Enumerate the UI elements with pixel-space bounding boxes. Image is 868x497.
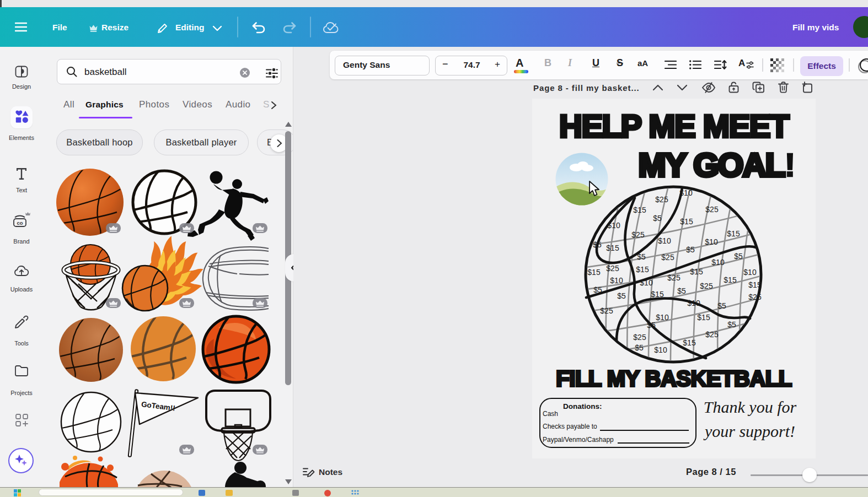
svg-text:$15: $15 bbox=[633, 206, 646, 214]
svg-text:$5: $5 bbox=[647, 321, 656, 329]
svg-text:$5: $5 bbox=[686, 245, 695, 254]
svg-text:$15: $15 bbox=[587, 268, 601, 277]
svg-text:$10: $10 bbox=[658, 236, 671, 245]
svg-text:$15: $15 bbox=[727, 229, 740, 238]
svg-text:$10: $10 bbox=[743, 268, 757, 277]
svg-text:$15: $15 bbox=[697, 313, 710, 322]
svg-text:$15: $15 bbox=[724, 275, 737, 284]
svg-text:$15: $15 bbox=[690, 267, 703, 276]
svg-text:$25: $25 bbox=[655, 195, 668, 204]
svg-text:$25: $25 bbox=[600, 306, 613, 315]
svg-text:$15: $15 bbox=[748, 280, 762, 289]
svg-text:$5: $5 bbox=[617, 291, 626, 300]
svg-text:$5: $5 bbox=[637, 252, 646, 261]
svg-text:$10: $10 bbox=[610, 276, 623, 285]
svg-text:co: co bbox=[17, 220, 23, 226]
svg-text:$10: $10 bbox=[640, 278, 653, 287]
svg-text:$10: $10 bbox=[705, 237, 718, 246]
svg-text:$15: $15 bbox=[680, 217, 693, 226]
svg-text:$5: $5 bbox=[653, 214, 662, 223]
svg-text:$5: $5 bbox=[717, 301, 726, 310]
svg-text:$5: $5 bbox=[727, 320, 736, 329]
svg-text:$25: $25 bbox=[667, 273, 681, 282]
svg-text:$25: $25 bbox=[606, 264, 619, 273]
svg-text:$15: $15 bbox=[636, 265, 649, 274]
svg-text:$10: $10 bbox=[656, 313, 669, 322]
svg-text:$15: $15 bbox=[651, 290, 664, 299]
svg-text:$5: $5 bbox=[677, 287, 686, 295]
svg-text:$10: $10 bbox=[679, 188, 693, 197]
svg-text:$25: $25 bbox=[661, 253, 674, 262]
svg-text:$25: $25 bbox=[748, 293, 762, 301]
svg-text:$10: $10 bbox=[711, 258, 725, 267]
svg-text:$10: $10 bbox=[687, 299, 700, 307]
svg-text:$25: $25 bbox=[633, 333, 646, 342]
svg-text:$5: $5 bbox=[734, 252, 743, 261]
svg-text:$25: $25 bbox=[700, 282, 713, 290]
svg-text:$25: $25 bbox=[631, 230, 645, 239]
svg-text:$5: $5 bbox=[593, 285, 602, 294]
svg-text:$5: $5 bbox=[593, 240, 602, 249]
svg-text:$25: $25 bbox=[705, 205, 719, 214]
svg-text:$15: $15 bbox=[606, 244, 619, 252]
svg-text:$10: $10 bbox=[654, 345, 667, 354]
svg-text:$15: $15 bbox=[683, 338, 696, 347]
svg-text:$5: $5 bbox=[635, 343, 644, 352]
svg-text:$25: $25 bbox=[705, 330, 719, 339]
svg-text:$10: $10 bbox=[607, 221, 620, 230]
